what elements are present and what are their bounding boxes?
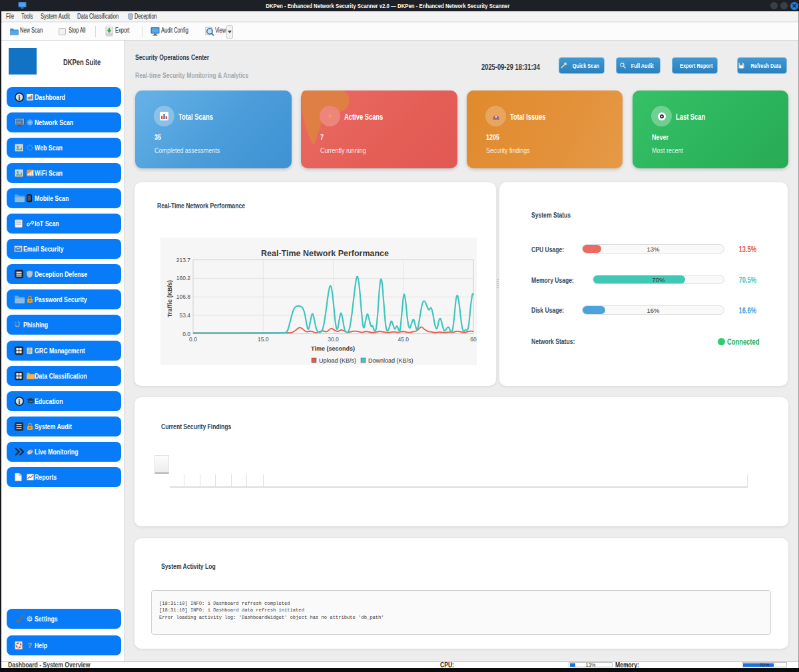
svg-text:53.4: 53.4 (179, 312, 190, 319)
svg-text:45.0: 45.0 (398, 336, 409, 343)
svg-text:106.8: 106.8 (176, 293, 191, 300)
svg-text:Traffic (KB/s): Traffic (KB/s) (166, 280, 173, 317)
svg-text:Download (KB/s): Download (KB/s) (368, 357, 413, 364)
svg-text:i: i (19, 94, 21, 101)
svg-text:213.7: 213.7 (176, 257, 191, 263)
svg-text:?: ? (27, 641, 32, 649)
svg-text:Upload (KB/s): Upload (KB/s) (319, 357, 356, 364)
svg-text:30.0: 30.0 (328, 336, 339, 343)
svg-text:i: i (19, 398, 21, 405)
svg-text:Real-Time Network Performance: Real-Time Network Performance (261, 248, 389, 258)
svg-text:60: 60 (470, 336, 477, 343)
svg-text:0.0: 0.0 (189, 336, 197, 343)
svg-text:160.2: 160.2 (176, 275, 191, 281)
svg-text:15.0: 15.0 (258, 336, 269, 343)
svg-text:Time (seconds): Time (seconds) (311, 345, 355, 352)
